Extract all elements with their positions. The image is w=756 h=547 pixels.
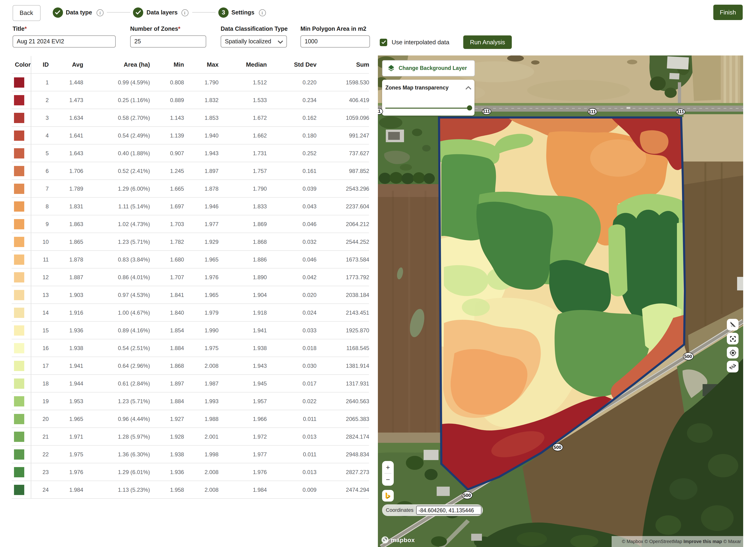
svg-text:3D: 3D [731, 365, 735, 368]
